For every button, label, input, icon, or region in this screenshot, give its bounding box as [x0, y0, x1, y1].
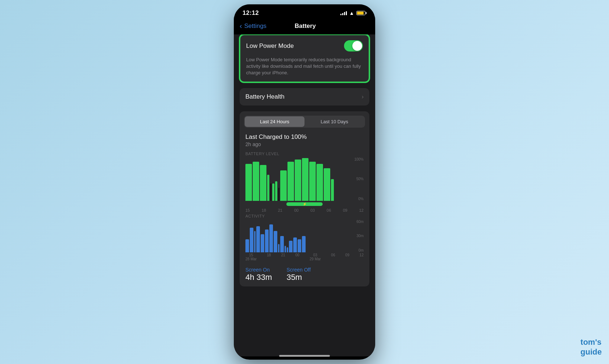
back-label: Settings — [244, 22, 266, 30]
battery-bar — [280, 170, 287, 201]
signal-bar-2 — [342, 13, 343, 15]
charge-info: Last Charged to 100% 2h ago — [240, 132, 369, 152]
activity-bar — [298, 239, 301, 252]
battery-body — [356, 11, 365, 15]
signal-bar-3 — [344, 12, 345, 15]
time-label-03: 03 — [310, 208, 315, 212]
charge-title: Last Charged to 100% — [245, 133, 364, 141]
low-power-mode-card: Low Power Mode Low Power Mode temporaril… — [240, 34, 369, 82]
activity-bar — [250, 228, 253, 252]
back-button[interactable]: ‹ Settings — [240, 22, 266, 30]
screen-off-stat: Screen Off 35m — [286, 267, 311, 282]
chevron-right-icon: › — [362, 94, 364, 100]
screen-stats: Screen On 4h 33m Screen Off 35m — [240, 262, 369, 286]
battery-bar — [253, 162, 259, 201]
time-label-06: 06 — [327, 208, 331, 212]
low-power-mode-toggle[interactable] — [344, 40, 363, 51]
charts-section: Last 24 Hours Last 10 Days Last Charged … — [240, 111, 369, 286]
time-label-21: 21 — [278, 208, 282, 212]
battery-health-card: Battery Health › — [240, 88, 369, 106]
watermark-line2: guide — [580, 347, 602, 357]
screen-on-value: 4h 33m — [245, 273, 272, 282]
phone-frame: 12:12 ▲ ‹ Settings Battery — [234, 4, 375, 360]
battery-status-icon — [356, 11, 366, 15]
screen-off-label: Screen Off — [286, 267, 311, 273]
activity-bar — [280, 236, 284, 252]
battery-level-label: BATTERY LEVEL — [245, 152, 364, 156]
date-entry-15: 15 28 Mar — [245, 253, 257, 261]
screen-on-label: Screen On — [245, 267, 272, 273]
activity-bar — [254, 231, 256, 252]
date-entry-00: 00 — [295, 253, 299, 261]
status-time: 12:12 — [243, 9, 259, 17]
battery-bar — [275, 181, 277, 201]
activity-label: ACTIVITY — [245, 214, 364, 218]
charge-time: 2h ago — [245, 141, 364, 147]
battery-health-row[interactable]: Battery Health › — [240, 88, 369, 106]
activity-bar — [274, 231, 277, 252]
battery-bar — [245, 164, 252, 201]
battery-bar — [331, 179, 334, 201]
nav-bar: ‹ Settings Battery — [234, 19, 375, 34]
watermark-line1: tom's — [580, 338, 602, 347]
date-entry-21: 21 — [281, 253, 285, 261]
low-power-mode-description: Low Power Mode temporarily reduces backg… — [240, 57, 369, 82]
toggle-thumb — [352, 41, 362, 51]
page-title: Battery — [266, 22, 344, 30]
signal-bars-icon — [340, 11, 347, 15]
status-icons: ▲ — [340, 10, 366, 16]
time-label-15: 15 — [245, 208, 250, 212]
time-label-18: 18 — [262, 208, 266, 212]
activity-bar — [293, 237, 297, 252]
time-label-00: 00 — [294, 208, 298, 212]
back-chevron-icon: ‹ — [240, 22, 242, 30]
low-power-mode-label: Low Power Mode — [246, 42, 294, 50]
screen-off-value: 35m — [286, 273, 311, 282]
tab-last-24-hours[interactable]: Last 24 Hours — [245, 116, 304, 127]
charging-bolt-icon: ⚡ — [303, 202, 307, 206]
battery-bar-gap — [278, 188, 279, 201]
date-entry-09: 09 — [345, 253, 349, 261]
activity-bar — [261, 234, 264, 252]
battery-bar — [267, 175, 269, 201]
activity-bar — [285, 246, 286, 252]
activity-chart-container: ACTIVITY — [240, 214, 369, 262]
watermark: tom's guide — [580, 338, 602, 357]
low-power-mode-row: Low Power Mode — [240, 35, 369, 57]
battery-bar — [316, 164, 323, 201]
wifi-icon: ▲ — [349, 10, 354, 16]
signal-bar-4 — [346, 11, 347, 15]
battery-bar — [287, 162, 294, 201]
date-entry-12: 12 — [360, 253, 364, 261]
battery-health-label: Battery Health — [245, 93, 285, 100]
charging-indicator: ⚡ — [245, 202, 364, 206]
activity-bar — [302, 236, 306, 252]
battery-bar — [324, 168, 330, 201]
activity-bar — [287, 247, 288, 252]
activity-bar — [289, 241, 293, 252]
tab-last-10-days[interactable]: Last 10 Days — [304, 116, 364, 127]
tab-switcher: Last 24 Hours Last 10 Days — [244, 116, 365, 128]
battery-level-chart: 100% 50% 0% — [245, 157, 364, 201]
content-area: Low Power Mode Low Power Mode temporaril… — [234, 34, 375, 356]
battery-bar — [260, 165, 266, 200]
activity-chart: 60m 30m 0m — [245, 220, 364, 252]
battery-bar — [309, 162, 316, 201]
battery-bars-area — [245, 157, 364, 201]
activity-bar — [245, 239, 249, 252]
battery-bar — [272, 183, 274, 201]
charging-bar: ⚡ — [286, 202, 323, 206]
time-axis: 15 18 21 00 03 06 09 12 — [245, 207, 364, 214]
date-entry-03: 03 29 Mar — [310, 253, 321, 261]
time-label-09: 09 — [343, 208, 347, 212]
activity-bar — [265, 229, 269, 252]
activity-bar — [278, 244, 279, 252]
date-entry-06: 06 — [331, 253, 335, 261]
home-indicator[interactable] — [279, 355, 330, 357]
battery-fill — [357, 12, 364, 15]
date-axis: 15 28 Mar 18 21 00 03 29 Mar — [245, 252, 364, 262]
battery-tip — [366, 12, 366, 14]
battery-bar — [295, 160, 301, 201]
screen-on-stat: Screen On 4h 33m — [245, 267, 272, 282]
signal-bar-1 — [340, 14, 341, 15]
